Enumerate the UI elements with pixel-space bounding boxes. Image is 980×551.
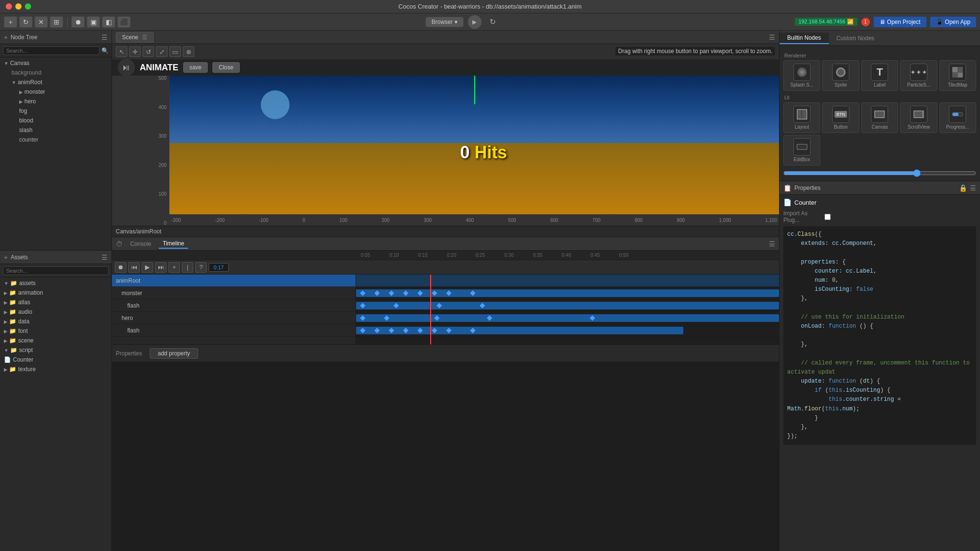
properties-menu-icon[interactable]: ☰ (970, 184, 976, 192)
toolbar-layout-btn[interactable]: ▣ (87, 16, 100, 28)
open-app-button[interactable]: 📱 Open App (930, 17, 976, 27)
center-panel: Scene ☰ ☰ ↖ ✛ ↺ ⤢ ▭ ⊕ Drag with right mo… (112, 31, 779, 551)
reload-button[interactable]: ↻ (486, 15, 500, 29)
tree-item-hero[interactable]: ▶ hero (0, 97, 111, 106)
asset-item-audio[interactable]: ▶ 📁 audio (0, 307, 111, 317)
toolbar-record-btn[interactable]: ⏺ (71, 16, 85, 28)
import-plug-checkbox[interactable] (824, 214, 831, 220)
scene-tool-select[interactable]: ↖ (116, 46, 127, 57)
asset-item-atlas[interactable]: ▶ 📁 atlas (0, 298, 111, 307)
tree-item-blood[interactable]: blood (0, 116, 111, 125)
node-tree-menu-icon[interactable]: ☰ (101, 33, 108, 41)
tree-item-monster[interactable]: ▶ monster (0, 87, 111, 97)
tl-help-btn[interactable]: ? (195, 262, 207, 273)
tree-item-fog[interactable]: fog (0, 106, 111, 116)
track-label-flash-1[interactable]: flash (112, 299, 356, 312)
close-button[interactable] (6, 3, 12, 10)
track-label-monster[interactable]: monster (112, 287, 356, 299)
asset-item-script[interactable]: ▼ 📁 script (0, 345, 111, 355)
toolbar-grid-btn[interactable]: ⊞ (50, 16, 63, 28)
animate-save-button[interactable]: save (183, 62, 208, 73)
scene-tab[interactable]: Scene ☰ (116, 32, 154, 43)
node-progress[interactable]: Progress... (939, 102, 976, 133)
node-scrollview[interactable]: ScrollView (900, 102, 937, 133)
tl-prev-btn[interactable]: ⏮ (128, 262, 140, 273)
ruler-h-700: 700 (592, 218, 601, 223)
animate-close-button[interactable]: Close (212, 62, 240, 73)
scene-tab-menu-icon[interactable]: ☰ (142, 34, 147, 41)
track-label-animroot[interactable]: animRoot (112, 275, 356, 287)
node-tiledmap[interactable]: TiledMap (939, 60, 976, 91)
tab-custom-nodes[interactable]: Custom Nodes (829, 33, 882, 44)
scene-tool-anchor[interactable]: ⊕ (183, 46, 194, 57)
toolbar-window-btn[interactable]: ◧ (102, 16, 115, 28)
toolbar-stop-btn[interactable]: ⬛ (117, 16, 131, 28)
node-layout[interactable]: Layout (783, 102, 820, 133)
button-label: Button (834, 124, 848, 130)
tl-next-btn[interactable]: ⏭ (155, 262, 167, 273)
timeline-playhead[interactable] (430, 275, 431, 344)
scene-tool-move[interactable]: ✛ (129, 46, 141, 57)
code-editor[interactable]: cc.Class({ extends: cc.Component, proper… (783, 226, 976, 445)
tl-record-btn[interactable]: ⏺ (115, 262, 126, 273)
toolbar-refresh-btn[interactable]: ↻ (19, 16, 33, 28)
toolbar-add-btn[interactable]: + (4, 16, 17, 28)
track-row-monster (356, 287, 779, 299)
properties-title: Properties (794, 185, 956, 191)
node-tree-add-icon[interactable]: + (4, 33, 8, 41)
node-button[interactable]: BTN Button (822, 102, 859, 133)
zoom-slider[interactable] (783, 169, 976, 177)
tl-add-btn[interactable]: + (168, 262, 180, 273)
tree-item-slash[interactable]: slash (0, 125, 111, 135)
node-particle[interactable]: ✦✦✦ ParticleS... (900, 60, 937, 91)
scene-tool-rotate[interactable]: ↺ (143, 46, 154, 57)
asset-item-assets[interactable]: ▼ 📁 assets (0, 278, 111, 288)
tab-console[interactable]: Console (126, 240, 155, 248)
notification-badge[interactable]: 1 (861, 18, 870, 26)
asset-item-data[interactable]: ▶ 📁 data (0, 317, 111, 326)
asset-item-counter[interactable]: 📄 Counter (0, 355, 111, 364)
properties-lock-icon[interactable]: 🔒 (959, 184, 967, 192)
track-label-hero[interactable]: hero (112, 312, 356, 324)
node-tree-search-input[interactable] (3, 46, 100, 55)
tl-play-btn[interactable]: ▶ (142, 262, 153, 273)
scene-panel-menu-icon[interactable]: ☰ (769, 33, 775, 41)
node-splash[interactable]: Splash S... (783, 60, 820, 91)
toolbar-close-btn[interactable]: ✕ (34, 16, 48, 28)
asset-item-animation[interactable]: ▶ 📁 animation (0, 288, 111, 298)
renderer-node-grid: Splash S... Sprite T Label ✦✦✦ ParticleS… (783, 60, 976, 91)
animate-icon: ⏯ (118, 59, 135, 76)
timeline-menu-icon[interactable]: ☰ (769, 240, 775, 248)
tree-item-canvas[interactable]: ▼ Canvas (0, 58, 111, 68)
node-sprite[interactable]: Sprite (822, 60, 859, 91)
tab-timeline[interactable]: Timeline (159, 239, 188, 249)
assets-add-icon[interactable]: + (4, 253, 8, 261)
browser-dropdown[interactable]: Browser ▾ (425, 17, 464, 27)
minimize-button[interactable] (15, 3, 22, 10)
track-label-flash-2[interactable]: flash (112, 324, 356, 337)
scene-tool-rect[interactable]: ▭ (169, 46, 181, 57)
asset-item-scene[interactable]: ▶ 📁 scene (0, 336, 111, 345)
scene-tool-scale[interactable]: ⤢ (156, 46, 167, 57)
tl-cursor-btn[interactable]: | (182, 262, 193, 273)
ruler-h-200: 200 (381, 218, 390, 223)
tab-builtin-nodes[interactable]: Builtin Nodes (780, 33, 829, 44)
play-button[interactable]: ▶ (468, 15, 482, 29)
node-editbox[interactable]: EditBox (783, 135, 820, 165)
maximize-button[interactable] (25, 3, 31, 10)
ruler-0:50: 0:50 (619, 253, 628, 258)
game-canvas: 0 Hits (169, 76, 779, 226)
assets-menu-icon[interactable]: ☰ (101, 253, 108, 261)
properties-content: 📄 Counter Import As Plug... cc.Class({ e… (780, 195, 980, 551)
node-canvas[interactable]: Canvas (861, 102, 898, 133)
tree-item-counter[interactable]: counter (0, 135, 111, 144)
asset-item-texture[interactable]: ▶ 📁 texture (0, 364, 111, 374)
asset-item-font[interactable]: ▶ 📁 font (0, 326, 111, 336)
tree-item-animroot[interactable]: ▼ animRoot (0, 77, 111, 87)
assets-search-input[interactable] (3, 266, 109, 275)
add-property-button[interactable]: add property (150, 348, 198, 359)
node-label[interactable]: T Label (861, 60, 898, 91)
timeline-time-display[interactable]: 0:17 (209, 263, 229, 272)
open-project-button[interactable]: 🖥 Open Project (874, 17, 926, 27)
tree-item-background[interactable]: background (0, 68, 111, 77)
